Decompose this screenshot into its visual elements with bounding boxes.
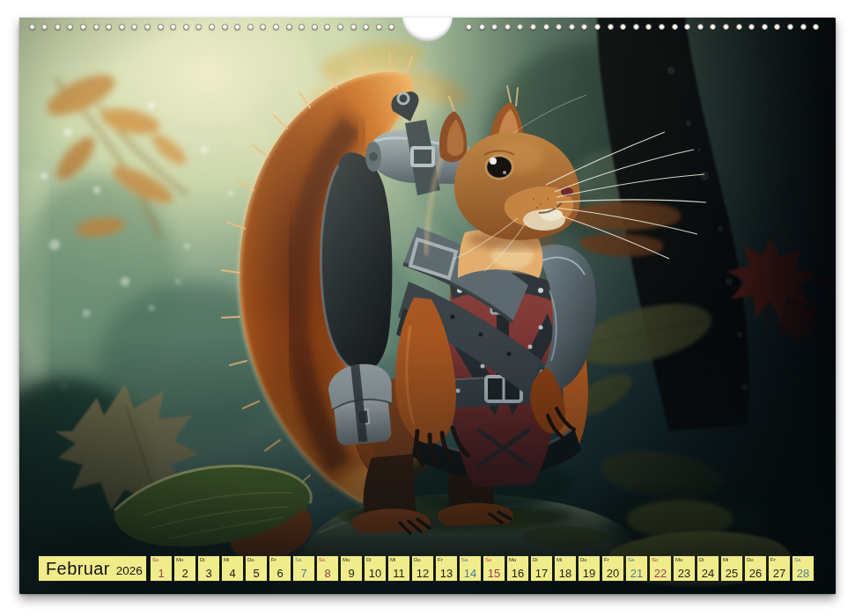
day-number: 9 [341, 568, 362, 579]
calendar-day-cell: Sa 14 [460, 556, 481, 581]
binding-hole [299, 24, 305, 30]
weekday-abbr: Mo [176, 557, 183, 562]
day-number: 27 [769, 568, 790, 579]
binding-hole [222, 24, 228, 30]
weekday-abbr: So [319, 557, 325, 562]
weekday-abbr: Sa [295, 557, 301, 562]
binding-hole [608, 24, 614, 30]
day-number: 20 [602, 568, 623, 579]
day-number: 17 [531, 568, 552, 579]
weekday-abbr: Mi [556, 557, 562, 562]
day-number: 8 [317, 568, 338, 579]
weekday-abbr: Mi [224, 557, 229, 562]
weekday-abbr: Do [580, 557, 587, 562]
binding-hole [594, 24, 601, 30]
day-number: 13 [436, 568, 457, 579]
binding-hole [158, 24, 164, 30]
calendar-day-cell: Mo 16 [507, 556, 528, 581]
weekday-abbr: Fr [604, 557, 609, 562]
calendar-day-cell: Mi 11 [388, 556, 409, 581]
weekday-abbr: Di [366, 557, 372, 562]
calendar-day-cell: Di 3 [198, 556, 219, 581]
binding-hole [684, 24, 690, 30]
weekday-abbr: Sa [794, 557, 800, 562]
binding-hole [131, 24, 137, 30]
calendar-day-cell: Sa 28 [792, 556, 814, 581]
binding-hole [697, 24, 704, 30]
binding-hole [620, 24, 626, 30]
binding-hole [543, 24, 549, 30]
binding-hole [813, 24, 819, 30]
binding-hole [363, 24, 369, 30]
weekday-abbr: Sa [461, 557, 468, 562]
binding-hole [774, 24, 780, 30]
calendar-day-cell: So 22 [650, 556, 671, 581]
binding-hole [106, 24, 112, 30]
binding-hole [633, 24, 639, 30]
binding-hole [672, 24, 678, 30]
day-number: 18 [555, 568, 576, 579]
calendar-page: Februar 2026 So 1 Mo 2 Di 3 Mi 4 Do 5 Fr… [19, 18, 836, 594]
binding-hole [234, 24, 240, 30]
calendar-day-cell: Mi 4 [222, 556, 243, 581]
calendar-day-cell: Fr 6 [269, 556, 291, 581]
binding-hole [55, 24, 61, 30]
binding-hole [556, 24, 562, 30]
weekday-abbr: Mi [390, 557, 395, 562]
calendar-day-cell: So 8 [317, 556, 338, 581]
day-number: 21 [626, 568, 647, 579]
binding-hole [93, 24, 100, 30]
day-number: 25 [721, 568, 742, 579]
binding-hole [748, 24, 755, 30]
binding-hole [67, 24, 73, 30]
day-number: 23 [674, 568, 695, 579]
binding-hole [491, 24, 498, 30]
date-strip: Februar 2026 So 1 Mo 2 Di 3 Mi 4 Do 5 Fr… [39, 556, 816, 581]
calendar-day-cell: Do 26 [745, 556, 766, 581]
calendar-day-cell: Fr 13 [436, 556, 457, 581]
calendar-day-cell: Mo 23 [674, 556, 695, 581]
day-number: 1 [151, 568, 172, 579]
weekday-abbr: Do [414, 557, 421, 562]
weekday-abbr: Do [747, 557, 754, 562]
weekday-abbr: Sa [628, 557, 634, 562]
binding-hole [209, 24, 215, 30]
day-number: 19 [579, 568, 600, 579]
binding-hole [388, 24, 394, 30]
calendar-day-cell: So 15 [483, 556, 505, 581]
day-number: 6 [269, 568, 291, 579]
day-number: 2 [174, 568, 195, 579]
day-number: 3 [198, 568, 219, 579]
binding-hole [581, 24, 587, 30]
binding-hole [170, 24, 176, 30]
calendar-day-cell: Do 5 [246, 556, 267, 581]
weekday-abbr: Fr [770, 557, 776, 562]
binding-hole [659, 24, 665, 30]
binding-hole [286, 24, 292, 30]
day-number: 14 [460, 568, 481, 579]
binding-hole [260, 24, 266, 30]
calendar-product-photo: Februar 2026 So 1 Mo 2 Di 3 Mi 4 Do 5 Fr… [0, 0, 855, 616]
binding-hole [119, 24, 125, 30]
calendar-day-cell: Mi 18 [555, 556, 576, 581]
calendar-day-cell: Di 17 [531, 556, 552, 581]
calendar-day-cell: Mo 9 [341, 556, 362, 581]
calendar-day-cell: Do 12 [412, 556, 433, 581]
binding-hole [517, 24, 523, 30]
binding-hole [80, 24, 86, 30]
binding-hole [800, 24, 807, 30]
weekday-abbr: Di [533, 557, 538, 562]
binding-hole [324, 24, 330, 30]
calendar-day-cell: Di 10 [365, 556, 386, 581]
binding-hole [312, 24, 318, 30]
binding-hole [350, 24, 357, 30]
day-number: 26 [745, 568, 766, 579]
binding-hole [787, 24, 793, 30]
binding-hole [645, 24, 652, 30]
month-label-box: Februar 2026 [39, 556, 146, 581]
binding-hole [273, 24, 279, 30]
weekday-abbr: Fr [271, 557, 276, 562]
calendar-day-cell: Fr 20 [602, 556, 623, 581]
day-number: 11 [388, 568, 409, 579]
binding-hole [195, 24, 202, 30]
